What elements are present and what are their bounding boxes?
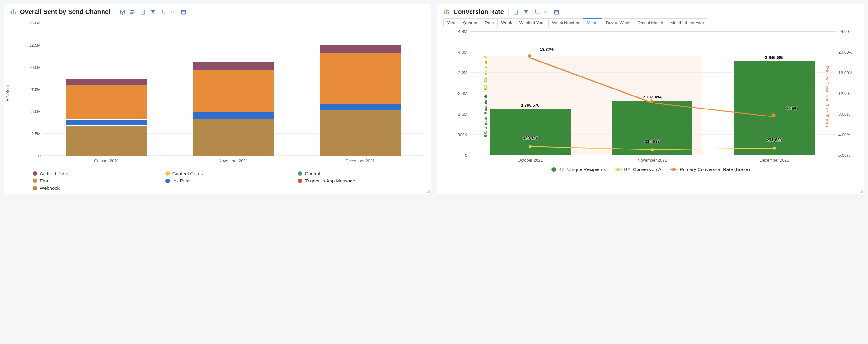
y2-tick: 24.00% — [838, 29, 852, 34]
legend-label: Content Cards — [173, 171, 203, 176]
svg-rect-0 — [11, 11, 12, 14]
seg-ios-push — [193, 112, 274, 119]
bar-stack[interactable] — [193, 62, 274, 156]
time-grain-quarter[interactable]: Quarter — [459, 19, 481, 27]
legend-item[interactable]: .line-swatch[style*="--c:#f2c84b"]::befo… — [615, 166, 661, 172]
y2-tick: 0.00% — [838, 153, 850, 158]
point-conv-a[interactable] — [529, 145, 532, 148]
time-grain-week-of-year[interactable]: Week of Year — [516, 19, 549, 27]
data-label: 339,324 — [523, 135, 538, 140]
time-grain-year[interactable]: Year — [443, 19, 459, 27]
seg-email — [193, 70, 274, 112]
y-tick: 7.5M — [31, 87, 41, 92]
x-tick: December 2021 — [345, 156, 375, 163]
seg-android-push — [66, 79, 147, 85]
calendar-icon[interactable] — [554, 9, 559, 15]
resize-handle[interactable] — [426, 190, 430, 193]
more-icon[interactable] — [544, 9, 549, 15]
x-tick: November 2021 — [638, 155, 667, 162]
x-tick: November 2021 — [219, 156, 248, 163]
legend-item[interactable]: .line-swatch[style*="--c:#ee8a3e"]::befo… — [670, 166, 750, 172]
bar-stack[interactable] — [66, 79, 147, 156]
seg-ios-push — [320, 104, 401, 111]
svg-rect-2 — [15, 12, 16, 14]
y-tick: 15.0M — [29, 21, 41, 25]
line-swatch-icon: .line-swatch[style*="--c:#ee8a3e"]::befo… — [670, 167, 677, 172]
legend-item[interactable]: Trigger In App Message — [298, 178, 423, 183]
plot-area: 0 2.5M 5.0M 7.5M 10.0M 12.5M 15.0M — [43, 23, 424, 156]
svg-point-18 — [548, 11, 549, 12]
filter-icon[interactable] — [150, 9, 156, 15]
legend-item[interactable]: Webhook — [33, 185, 158, 191]
legend-item[interactable]: Android Push — [33, 171, 158, 176]
panel-header: Conversion Rate — [437, 4, 864, 19]
panel-title: Overall Sent by Send Channel — [20, 8, 111, 15]
legend-item[interactable]: Ios Push — [165, 178, 290, 183]
legend-item[interactable]: BZ: Unique Recipients — [552, 166, 606, 172]
export-icon[interactable] — [513, 9, 519, 15]
combo-chart-icon — [443, 8, 450, 16]
line-swatch-icon: .line-swatch[style*="--c:#f2c84b"]::befo… — [615, 167, 622, 172]
seg-android-push — [193, 62, 274, 70]
sort-icon[interactable] — [160, 9, 166, 15]
time-grain-day-of-week[interactable]: Day of Week — [602, 19, 634, 27]
svg-rect-3 — [130, 10, 134, 11]
seg-email — [320, 53, 401, 104]
y-tick: 10.0M — [29, 65, 41, 69]
bar-stack[interactable] — [320, 45, 401, 156]
legend-left: Android Push Content Cards Control Email… — [4, 169, 431, 194]
svg-rect-4 — [130, 12, 135, 12]
svg-point-7 — [171, 11, 172, 12]
panel-title: Conversion Rate — [453, 8, 504, 15]
bar-dec: December 2021 — [297, 23, 424, 156]
bar-chart-icon — [10, 8, 17, 16]
data-label: 18.87% — [540, 47, 554, 52]
sort-icon[interactable] — [533, 9, 539, 15]
svg-rect-11 — [181, 10, 186, 11]
y2-tick: 8.00% — [838, 112, 850, 117]
data-label: 271,683 — [767, 137, 782, 142]
panel-toolbar — [120, 9, 186, 15]
horizontal-bars-icon[interactable] — [130, 9, 135, 15]
point-conv-a[interactable] — [651, 148, 654, 151]
legend-item[interactable]: Control — [298, 171, 423, 176]
point-conv-a[interactable] — [773, 147, 776, 150]
calendar-icon[interactable] — [181, 9, 186, 15]
time-grain-day-of-month[interactable]: Day of Month — [634, 19, 667, 27]
time-grain-date[interactable]: Date — [481, 19, 498, 27]
y-tick: 4.0M — [458, 50, 467, 55]
legend-label: BZ: Conversion A — [624, 166, 661, 172]
filter-icon[interactable] — [523, 9, 529, 15]
panel-overall-sent: Overall Sent by Send Channel BZ: Sent 0 … — [4, 4, 431, 194]
svg-rect-1 — [13, 9, 14, 14]
export-icon[interactable] — [140, 9, 146, 15]
legend-label: Webhook — [40, 185, 60, 191]
svg-rect-14 — [448, 12, 450, 14]
legend-right: BZ: Unique Recipients .line-swatch[style… — [437, 166, 864, 175]
svg-rect-20 — [554, 10, 559, 11]
combo-chart: BZ: Unique Recipients | BZ: Conversion A… — [441, 28, 860, 165]
time-grain-week[interactable]: Week — [497, 19, 516, 27]
more-icon[interactable] — [170, 9, 176, 15]
time-grain-week-number[interactable]: Week Number — [548, 19, 583, 27]
legend-item[interactable]: Email — [33, 178, 158, 183]
y2-tick: 20.00% — [838, 50, 852, 55]
time-grain-month-of-the-year[interactable]: Month of the Year — [667, 19, 708, 27]
time-grain-month[interactable]: Month — [583, 19, 602, 27]
resize-handle[interactable] — [860, 190, 863, 193]
seg-webhook — [66, 125, 147, 156]
divider — [508, 8, 508, 15]
divider — [115, 8, 115, 15]
stacked-bar-chart: 0 2.5M 5.0M 7.5M 10.0M 12.5M 15.0M — [25, 20, 424, 166]
x-tick: December 2021 — [760, 155, 789, 162]
y2-tick: 4.00% — [838, 132, 850, 137]
legend-item[interactable]: Content Cards — [165, 171, 290, 176]
y-tick: 0 — [465, 153, 467, 158]
seg-webhook — [193, 119, 274, 156]
svg-point-8 — [173, 11, 174, 12]
y2-tick: 16.00% — [838, 70, 852, 75]
legend-label: Ios Push — [173, 178, 191, 183]
legend-label: Email — [40, 178, 52, 183]
y2-tick: 12.00% — [838, 91, 852, 96]
cube-icon[interactable] — [120, 9, 125, 15]
